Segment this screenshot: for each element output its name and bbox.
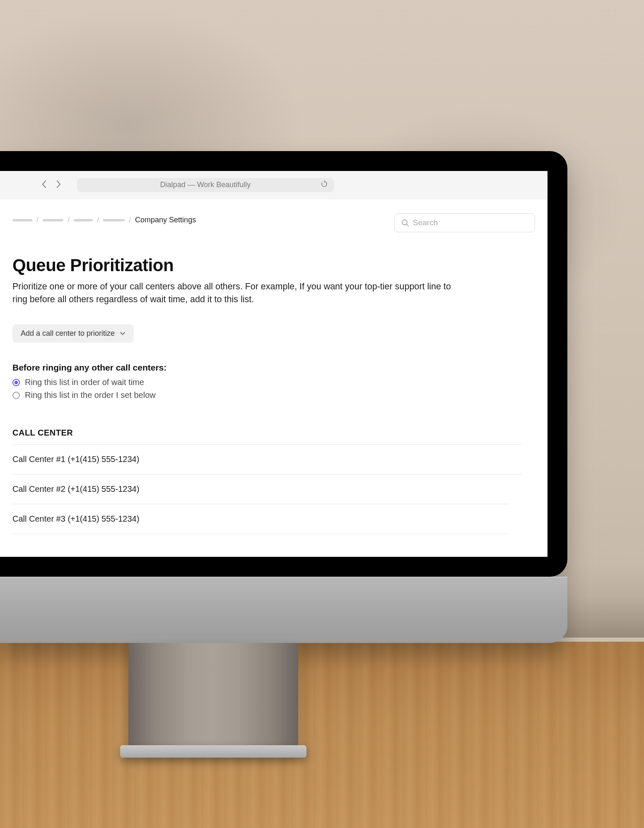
search-input[interactable]: [413, 218, 528, 227]
page-description: Prioritize one or more of your call cent…: [12, 280, 468, 306]
back-button[interactable]: [41, 180, 47, 190]
breadcrumb-separator: /: [97, 216, 99, 224]
monitor-stand-neck: [128, 643, 298, 751]
breadcrumb: / / / / Company Settings: [12, 213, 196, 224]
desk-surface: [0, 642, 644, 828]
monitor-frame: Dialpad — Work Beautifully / / /: [0, 151, 567, 577]
radio-label: Ring this list in order of wait time: [25, 378, 144, 387]
add-call-center-label: Add a call center to prioritize: [21, 329, 115, 338]
table-row[interactable]: Call Center #3 (+1(415) 555-1234): [12, 504, 509, 534]
reload-button[interactable]: [321, 180, 328, 190]
radio-option-wait-time[interactable]: Ring this list in order of wait time: [12, 378, 535, 387]
breadcrumb-placeholder: [12, 219, 32, 221]
breadcrumb-placeholder: [74, 219, 93, 221]
chevron-down-icon: [120, 329, 125, 338]
page-title: Queue Prioritization: [12, 255, 535, 275]
radio-label: Ring this list in the order I set below: [25, 390, 156, 400]
chevron-left-icon: [41, 180, 47, 189]
call-center-name: Call Center #2 (+1(415) 555-1234): [12, 484, 139, 493]
call-center-name: Call Center #3 (+1(415) 555-1234): [12, 514, 139, 523]
url-bar[interactable]: Dialpad — Work Beautifully: [77, 178, 334, 192]
reload-icon: [321, 180, 328, 188]
forward-button[interactable]: [55, 180, 61, 190]
breadcrumb-placeholder: [103, 219, 125, 221]
ring-heading: Before ringing any other call centers:: [12, 363, 535, 373]
call-center-name: Call Center #1 (+1(415) 555-1234): [12, 455, 139, 464]
svg-line-1: [407, 224, 408, 226]
chevron-right-icon: [55, 180, 61, 189]
radio-option-custom-order[interactable]: Ring this list in the order I set below: [12, 390, 535, 400]
search-icon: [401, 219, 409, 226]
breadcrumb-separator: /: [68, 216, 70, 224]
page-content: / / / / Company Settings Qu: [0, 199, 548, 546]
breadcrumb-separator: /: [36, 216, 39, 224]
add-call-center-button[interactable]: Add a call center to prioritize: [12, 324, 134, 343]
header-row: / / / / Company Settings: [12, 213, 535, 232]
breadcrumb-separator: /: [129, 216, 131, 224]
breadcrumb-placeholder: [43, 219, 63, 221]
radio-icon: [12, 392, 20, 399]
table-row[interactable]: Call Center #2 (+1(415) 555-1234): [12, 474, 522, 504]
radio-icon: [12, 379, 20, 386]
screen: Dialpad — Work Beautifully / / /: [0, 171, 548, 557]
table-header: CALL CENTER: [12, 428, 535, 444]
search-field[interactable]: [394, 213, 535, 232]
url-bar-title: Dialpad — Work Beautifully: [160, 181, 251, 189]
table-row[interactable]: Call Center #1 (+1(415) 555-1234): [12, 444, 522, 474]
call-center-table: Call Center #1 (+1(415) 555-1234) Call C…: [12, 444, 535, 534]
browser-topbar: Dialpad — Work Beautifully: [0, 171, 548, 199]
monitor-chin: [0, 577, 567, 643]
nav-arrows: [41, 180, 61, 190]
svg-point-0: [402, 220, 407, 225]
monitor-stand-base: [120, 745, 306, 758]
breadcrumb-current: Company Settings: [135, 216, 196, 224]
